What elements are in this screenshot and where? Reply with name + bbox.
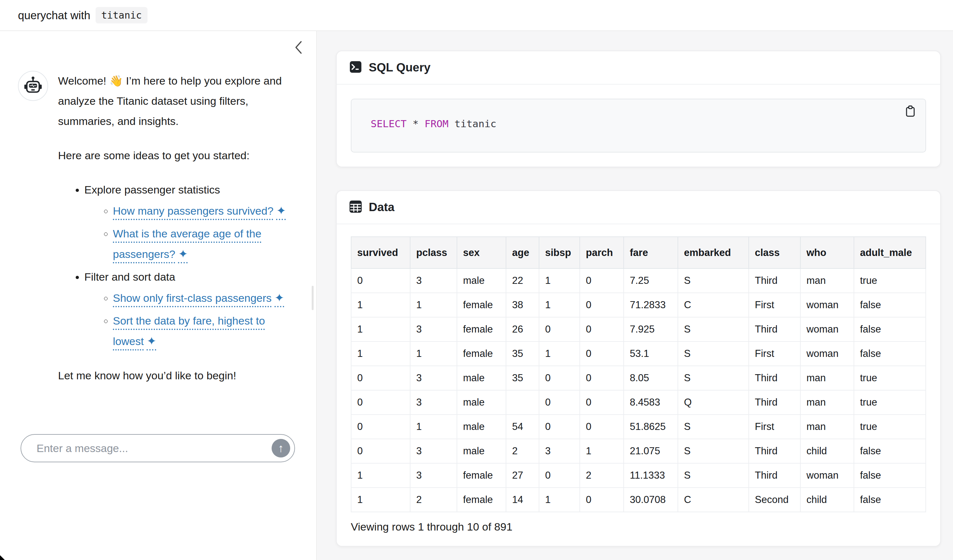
table-cell: Third	[749, 390, 800, 415]
table-cell: Third	[749, 439, 800, 463]
table-cell: 3	[410, 439, 457, 463]
table-cell: true	[854, 268, 926, 293]
sql-from-keyword: FROM	[425, 118, 449, 130]
table-cell: Second	[749, 487, 800, 512]
chat-sidebar: Welcome! 👋 I’m here to help you explore …	[0, 31, 317, 560]
table-cell: 1	[539, 342, 580, 366]
sql-table-name: titanic	[454, 118, 497, 130]
sparkle-icon: ✦	[275, 291, 284, 304]
column-header: age	[506, 237, 539, 268]
terminal-icon	[349, 61, 362, 74]
suggestion-item: How many passengers survived?✦	[113, 201, 293, 221]
data-table-body: 03male22107.25SThirdmantrue11female38107…	[351, 268, 926, 512]
table-cell: S	[678, 342, 749, 366]
sql-card: SQL Query SELECT * FROM titanic	[336, 51, 941, 167]
column-header: class	[749, 237, 800, 268]
table-cell: 1	[351, 317, 410, 342]
table-cell: 0	[351, 390, 410, 415]
table-cell: 0	[580, 317, 624, 342]
table-cell: 0	[539, 463, 580, 487]
table-cell: false	[854, 317, 926, 342]
suggestion-group-label: Explore passenger statistics	[84, 184, 220, 196]
table-cell: 0	[539, 415, 580, 439]
dataset-badge: titanic	[96, 7, 147, 23]
table-cell: child	[800, 439, 854, 463]
table-cell: Third	[749, 317, 800, 342]
table-cell: Q	[678, 390, 749, 415]
table-cell: 0	[351, 366, 410, 390]
send-button[interactable]: ↑	[272, 439, 290, 458]
suggestion-link-text: Sort the data by fare, highest to lowest	[113, 315, 265, 347]
suggestion-link[interactable]: How many passengers survived?✦	[113, 205, 286, 217]
table-cell: S	[678, 415, 749, 439]
table-cell: 0	[351, 268, 410, 293]
table-cell: false	[854, 463, 926, 487]
column-header: pclass	[410, 237, 457, 268]
suggestion-sublist: Show only first-class passengers✦Sort th…	[84, 288, 293, 351]
sql-card-title: SQL Query	[369, 61, 431, 74]
table-cell: Third	[749, 268, 800, 293]
table-cell: 71.2833	[624, 293, 678, 317]
table-cell: 1	[410, 415, 457, 439]
main-panel: SQL Query SELECT * FROM titanic	[317, 31, 953, 560]
table-cell: 0	[580, 415, 624, 439]
table-cell: woman	[800, 293, 854, 317]
table-cell: false	[854, 342, 926, 366]
sidebar-collapse-button[interactable]	[292, 39, 305, 56]
table-cell: 27	[506, 463, 539, 487]
chat-scrollbar-thumb[interactable]	[312, 286, 314, 310]
suggestion-list: Explore passenger statisticsHow many pas…	[58, 180, 293, 351]
table-cell: woman	[800, 463, 854, 487]
table-cell: 54	[506, 415, 539, 439]
table-cell: S	[678, 439, 749, 463]
clipboard-icon	[904, 113, 916, 118]
table-row: 03male008.4583QThirdmantrue	[351, 390, 926, 415]
table-cell: false	[854, 293, 926, 317]
sql-star: *	[413, 118, 419, 130]
table-cell: false	[854, 487, 926, 512]
table-cell: child	[800, 487, 854, 512]
table-cell: 35	[506, 342, 539, 366]
robot-icon	[23, 75, 43, 96]
table-cell: 0	[580, 293, 624, 317]
suggestion-item: Sort the data by fare, highest to lowest…	[113, 311, 293, 351]
table-cell: 3	[410, 366, 457, 390]
table-row: 03male22107.25SThirdmantrue	[351, 268, 926, 293]
table-cell: true	[854, 366, 926, 390]
table-row: 13female26007.925SThirdwomanfalse	[351, 317, 926, 342]
welcome-text: Welcome! 👋 I’m here to help you explore …	[58, 71, 293, 131]
message-input[interactable]	[21, 442, 272, 455]
table-cell: 22	[506, 268, 539, 293]
table-cell: false	[854, 439, 926, 463]
table-cell: 0	[539, 390, 580, 415]
suggestion-group: Filter and sort dataShow only first-clas…	[84, 267, 293, 351]
suggestion-link[interactable]: Show only first-class passengers✦	[113, 292, 284, 304]
copy-button[interactable]	[903, 104, 918, 119]
avatar	[18, 71, 48, 101]
suggestion-group-label: Filter and sort data	[84, 271, 175, 283]
table-cell: woman	[800, 342, 854, 366]
table-cell: 53.1	[624, 342, 678, 366]
table-cell: First	[749, 342, 800, 366]
table-cell: 0	[351, 439, 410, 463]
suggestion-group: Explore passenger statisticsHow many pas…	[84, 180, 293, 264]
suggestion-link[interactable]: Sort the data by fare, highest to lowest…	[113, 315, 265, 347]
table-row: 11female381071.2833CFirstwomanfalse	[351, 293, 926, 317]
column-header: embarked	[678, 237, 749, 268]
table-cell: male	[457, 268, 506, 293]
sparkle-icon: ✦	[178, 248, 188, 260]
table-cell: true	[854, 390, 926, 415]
column-header: sibsp	[539, 237, 580, 268]
table-cell: male	[457, 439, 506, 463]
column-header: parch	[580, 237, 624, 268]
sql-card-body: SELECT * FROM titanic	[337, 85, 940, 167]
suggestion-link[interactable]: What is the average age of the passenger…	[113, 227, 261, 260]
table-cell: 0	[580, 366, 624, 390]
assistant-message: Welcome! 👋 I’m here to help you explore …	[18, 71, 293, 386]
sql-query-text: SELECT * FROM titanic	[371, 118, 497, 130]
table-cell: 2	[410, 487, 457, 512]
column-header: sex	[457, 237, 506, 268]
table-cell: female	[457, 293, 506, 317]
table-cell: 0	[580, 268, 624, 293]
table-cell: female	[457, 317, 506, 342]
